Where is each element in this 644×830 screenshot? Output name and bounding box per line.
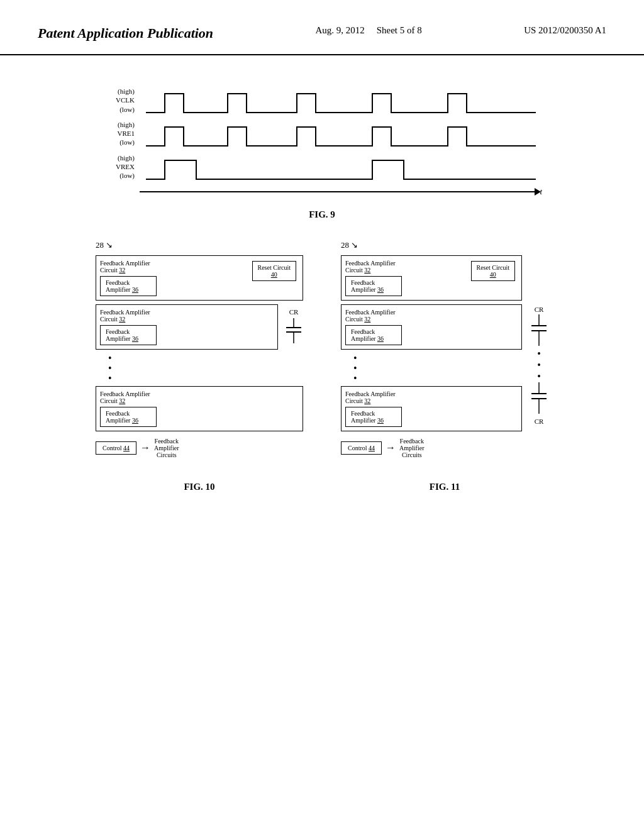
fig10-label: FIG. 10 <box>96 482 303 492</box>
sheet-info: Sheet 5 of 8 <box>377 25 422 35</box>
fig11-block3: Feedback AmplifierCircuit 32 FeedbackAmp… <box>341 386 522 431</box>
fig10-control-box: Control 44 <box>96 441 136 455</box>
fig11-cr1-label: CR <box>530 306 548 313</box>
vre1-signal <box>140 121 542 146</box>
fig11-block3-outer-label: Feedback AmplifierCircuit 32 <box>345 390 518 404</box>
fig10-block2-inner: FeedbackAmplifier 36 <box>100 325 157 345</box>
fig11-cr2-label: CR <box>530 418 548 425</box>
fig10-container: 28 ↘ Feedback AmplifierCircuit 32 Feedba… <box>96 239 303 463</box>
fig10-cr-block: CR <box>284 308 303 346</box>
fig11-control-box: Control 44 <box>341 441 382 455</box>
fig11-main: Feedback AmplifierCircuit 32 FeedbackAmp… <box>341 255 548 463</box>
fig10-dots: ••• <box>108 353 303 384</box>
publication-number: US 2012/0200350 A1 <box>524 25 606 36</box>
fig11-cr-dots: ••• <box>530 348 548 382</box>
fig10-block2-outer-label: Feedback AmplifierCircuit 32 <box>100 309 274 323</box>
vre1-waveform <box>140 121 542 152</box>
fig10-cr-label: CR <box>284 308 303 316</box>
fig11-container: 28 ↘ Feedback AmplifierCircuit 32 Feedba… <box>341 239 548 463</box>
fig10-block3-inner: FeedbackAmplifier 36 <box>100 407 157 427</box>
fig10-ref: 28 ↘ <box>96 240 113 250</box>
fig10-arrow: → <box>140 442 150 453</box>
fig11-block3-inner: FeedbackAmplifier 36 <box>345 407 402 427</box>
fig10-control-row: Control 44 → FeedbackAmplifierCircuits <box>96 438 303 458</box>
page-header: Patent Application Publication Aug. 9, 2… <box>0 0 644 55</box>
fig10-block3-outer-label: Feedback AmplifierCircuit 32 <box>100 390 299 404</box>
fig11-block2: Feedback AmplifierCircuit 32 FeedbackAmp… <box>341 304 522 350</box>
fig10-block1-inner: FeedbackAmplifier 36 <box>100 276 157 296</box>
fig10-fa-circuits-label: FeedbackAmplifierCircuits <box>154 438 179 458</box>
fig11-dots: ••• <box>353 353 522 384</box>
main-content: (high) VCLK (low) (high) VRE1 (low) <box>0 55 644 530</box>
fig11-cr2: CR <box>530 382 548 425</box>
vclk-row: (high) VCLK (low) <box>102 87 542 114</box>
fig10-reset-block: Reset Circuit40 <box>252 261 297 281</box>
fig11-blocks: Feedback AmplifierCircuit 32 FeedbackAmp… <box>341 255 522 463</box>
publication-title: Patent Application Publication <box>38 25 213 42</box>
fig9-label: FIG. 9 <box>38 209 606 220</box>
time-axis-line <box>140 191 536 192</box>
fig10-block2: Feedback AmplifierCircuit 32 FeedbackAmp… <box>96 304 278 350</box>
fig11-block1-inner: FeedbackAmplifier 36 <box>345 276 402 296</box>
fig11-fa-circuits-label: FeedbackAmplifierCircuits <box>399 438 424 458</box>
fig11-cr1: CR <box>530 306 548 348</box>
fig10-cr-capacitor <box>284 318 303 343</box>
fig10-block3: Feedback AmplifierCircuit 32 FeedbackAmp… <box>96 386 303 431</box>
fig11-ref: 28 ↘ <box>341 240 358 250</box>
vrex-waveform <box>140 154 542 185</box>
fig11-cr-side: CR ••• <box>530 255 548 463</box>
fig10-block1: Feedback AmplifierCircuit 32 FeedbackAmp… <box>96 255 303 301</box>
vrex-label: (high) VREX (low) <box>102 153 140 180</box>
fig11-block1: Feedback AmplifierCircuit 32 FeedbackAmp… <box>341 255 522 301</box>
fig11-label: FIG. 11 <box>341 482 548 492</box>
vclk-label: (high) VCLK (low) <box>102 87 140 114</box>
vre1-label: (high) VRE1 (low) <box>102 120 140 147</box>
fig11-arrow: → <box>386 442 396 453</box>
vclk-waveform <box>140 87 542 119</box>
vre1-row: (high) VRE1 (low) <box>102 120 542 147</box>
vclk-signal <box>140 87 542 113</box>
fig11-control-row: Control 44 → FeedbackAmplifierCircuits <box>341 438 522 458</box>
figure-labels-row: FIG. 10 FIG. 11 <box>38 475 606 511</box>
fig11-reset-block: Reset Circuit40 <box>471 261 516 281</box>
circuit-diagrams-row: 28 ↘ Feedback AmplifierCircuit 32 Feedba… <box>38 239 606 463</box>
fig10-block2-row: Feedback AmplifierCircuit 32 FeedbackAmp… <box>96 304 303 350</box>
fig11-cr1-symbol <box>530 314 548 346</box>
fig9-diagram: (high) VCLK (low) (high) VRE1 (low) <box>102 87 542 197</box>
fig11-block2-inner: FeedbackAmplifier 36 <box>345 325 402 345</box>
fig11-cr2-symbol <box>530 382 548 414</box>
vrex-row: (high) VREX (low) <box>102 153 542 180</box>
publication-date-sheet: Aug. 9, 2012 Sheet 5 of 8 <box>316 25 422 36</box>
time-axis: t <box>102 187 542 197</box>
fig11-block2-outer-label: Feedback AmplifierCircuit 32 <box>345 309 518 323</box>
vrex-signal <box>140 154 542 179</box>
publication-date: Aug. 9, 2012 <box>316 25 365 35</box>
